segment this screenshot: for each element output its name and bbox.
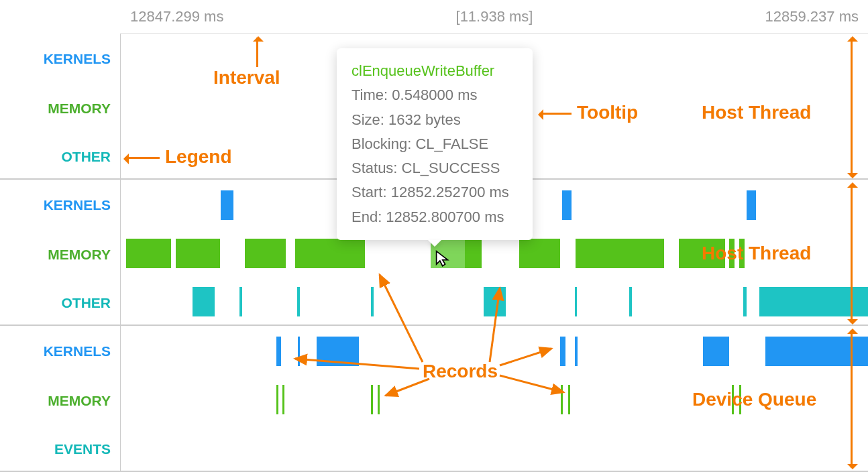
tooltip-line: Time: 0.548000 ms <box>351 83 518 107</box>
timeline-event[interactable] <box>126 239 171 268</box>
tooltip-line: Blocking: CL_FALSE <box>351 132 518 156</box>
tooltip-line: Start: 12852.252700 ms <box>351 180 518 204</box>
timeline-event[interactable] <box>765 337 868 366</box>
group-thread-2: Thread #2 KERNELS MEMORY OTHER <box>0 180 120 326</box>
arrow-icon <box>125 157 160 159</box>
timeline-event[interactable] <box>747 190 756 220</box>
svg-line-5 <box>500 349 551 365</box>
svg-line-2 <box>295 359 419 369</box>
row-label-memory: MEMORY <box>48 101 111 117</box>
time-start: 12847.299 ms <box>130 8 223 25</box>
mouse-cursor-icon <box>435 249 452 272</box>
row-label-kernels: KERNELS <box>44 197 111 213</box>
group-thread-1: Thread #1 KERNELS MEMORY OTHER <box>0 34 120 180</box>
time-span: [11.938 ms] <box>456 8 533 25</box>
row-label-memory: MEMORY <box>48 393 111 409</box>
arrow-icon <box>851 330 853 468</box>
row-label-other: OTHER <box>62 295 111 311</box>
anno-host-thread-1: Host Thread <box>702 102 811 123</box>
timeline-event[interactable] <box>743 287 747 316</box>
track-label-column: Thread #1 KERNELS MEMORY OTHER Thread #2… <box>0 34 121 472</box>
timeline-chart: 12847.299 ms [11.938 ms] 12859.237 ms Th… <box>0 0 868 472</box>
anno-device-queue: Device Queue <box>692 389 816 410</box>
tooltip-line: Status: CL_SUCCESS <box>351 156 518 180</box>
timeline-event[interactable] <box>239 287 242 316</box>
arrow-icon <box>256 38 258 67</box>
timeline-event[interactable] <box>221 190 233 220</box>
time-axis: 12847.299 ms [11.938 ms] 12859.237 ms <box>121 0 868 34</box>
arrow-icon <box>539 113 572 115</box>
arrow-icon <box>851 38 853 177</box>
tooltip-line: Size: 1632 bytes <box>351 108 518 132</box>
timeline-event[interactable] <box>562 190 572 220</box>
time-end: 12859.237 ms <box>765 8 859 25</box>
anno-records: Records <box>423 361 498 382</box>
timeline-event[interactable] <box>193 287 215 316</box>
svg-line-4 <box>490 288 500 362</box>
timeline-event[interactable] <box>703 337 729 366</box>
timeline-event[interactable] <box>176 239 219 268</box>
event-tooltip: clEnqueueWriteBuffer Time: 0.548000 ms S… <box>337 48 533 240</box>
row-label-memory: MEMORY <box>48 247 111 263</box>
anno-host-thread-2: Host Thread <box>702 243 811 264</box>
row-label-kernels: KERNELS <box>44 343 111 359</box>
anno-interval: Interval <box>213 67 280 88</box>
tooltip-title: clEnqueueWriteBuffer <box>351 59 518 83</box>
anno-legend: Legend <box>165 146 232 168</box>
tooltip-line: End: 12852.800700 ms <box>351 205 518 229</box>
row-label-events: EVENTS <box>54 441 111 457</box>
anno-tooltip: Tooltip <box>577 102 638 123</box>
row-label-kernels: KERNELS <box>44 51 111 67</box>
group-queue-1: Queue #1 KERNELS MEMORY EVENTS <box>0 326 120 472</box>
svg-line-1 <box>380 275 423 362</box>
arrow-icon <box>851 184 853 323</box>
svg-line-6 <box>500 375 563 392</box>
row-label-other: OTHER <box>62 149 111 165</box>
timeline-event[interactable] <box>629 287 632 316</box>
